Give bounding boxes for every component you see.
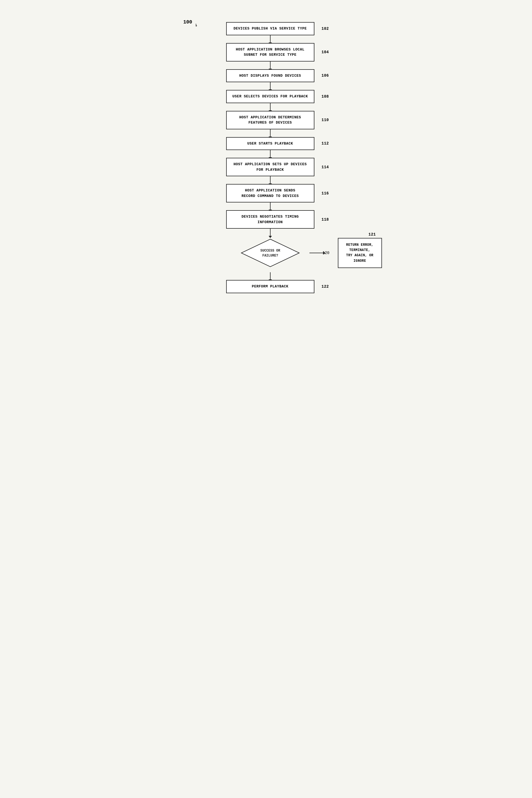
step-106-text: HOST DISPLAYS FOUND DEVICES	[239, 74, 301, 78]
step-118-label: 118	[322, 216, 329, 222]
step-102: DEVICES PUBLISH VIA SERVICE TYPE 102	[226, 22, 315, 35]
svg-marker-0	[241, 239, 299, 267]
step-116: HOST APPLICATION SENDSRECORD COMMAND TO …	[226, 184, 315, 203]
arrow-1	[270, 35, 270, 43]
arrow-6	[270, 150, 270, 158]
arrow-4	[270, 103, 270, 111]
step-122: PERFORM PLAYBACK 122	[226, 280, 315, 293]
main-label: 100	[184, 19, 192, 25]
step-108-label: 108	[322, 94, 329, 99]
step-108-text: USER SELECTS DEVICES FOR PLAYBACK	[232, 94, 308, 98]
step-104-text: HOST APPLICATION BROWSES LOCALSUBNET FOR…	[236, 48, 304, 57]
svg-text:SUCCESS OR: SUCCESS OR	[260, 249, 280, 253]
step-112-label: 112	[322, 141, 329, 147]
step-116-label: 116	[322, 190, 329, 196]
arrow-9	[270, 229, 270, 236]
step-114: HOST APPLICATION SETS UP DEVICESFOR PLAY…	[226, 158, 315, 176]
diagram-container: 100 ↘ DEVICES PUBLISH VIA SERVICE TYPE 1…	[180, 11, 352, 310]
step-104-label: 104	[322, 50, 329, 55]
step-122-text: PERFORM PLAYBACK	[252, 284, 288, 288]
step-112: USER STARTS PLAYBACK 112	[226, 137, 315, 150]
step-112-text: USER STARTS PLAYBACK	[247, 141, 293, 146]
step-118: DEVICES NEGOTIATES TIMINGINFORMATION 118	[226, 210, 315, 229]
step-102-label: 102	[322, 26, 329, 32]
error-box-121: 121 RETURN ERROR,TERMINATE,TRY AGAIN, OR…	[338, 238, 382, 268]
step-114-label: 114	[322, 164, 329, 170]
step-120-wrapper: SUCCESS OR FAILURE? 120 121 RETURN ERROR…	[226, 236, 315, 269]
step-116-text: HOST APPLICATION SENDSRECORD COMMAND TO …	[242, 188, 299, 198]
step-118-text: DEVICES NEGOTIATES TIMINGINFORMATION	[242, 215, 299, 224]
svg-text:FAILURE?: FAILURE?	[262, 254, 278, 258]
error-label-121: 121	[368, 231, 376, 238]
step-102-text: DEVICES PUBLISH VIA SERVICE TYPE	[233, 26, 307, 31]
step-114-text: HOST APPLICATION SETS UP DEVICESFOR PLAY…	[233, 162, 307, 172]
diamond-shape: SUCCESS OR FAILURE?	[240, 238, 301, 268]
step-110: HOST APPLICATION DETERMINESFEATURES OF D…	[226, 111, 315, 129]
arrow-8	[270, 203, 270, 210]
arrow-2	[270, 61, 270, 69]
flowchart: DEVICES PUBLISH VIA SERVICE TYPE 102 HOS…	[194, 22, 346, 293]
step-108: USER SELECTS DEVICES FOR PLAYBACK 108	[226, 90, 315, 103]
error-box-text: RETURN ERROR,TERMINATE,TRY AGAIN, ORIGNO…	[346, 243, 374, 263]
arrow-5	[270, 129, 270, 137]
arrow-to-error	[309, 251, 325, 254]
step-110-label: 110	[322, 117, 329, 123]
arrow-7	[270, 176, 270, 184]
step-110-text: HOST APPLICATION DETERMINESFEATURES OF D…	[239, 115, 301, 125]
arrow-3	[270, 82, 270, 90]
step-106-label: 106	[322, 73, 329, 79]
step-104: HOST APPLICATION BROWSES LOCALSUBNET FOR…	[226, 43, 315, 61]
step-106: HOST DISPLAYS FOUND DEVICES 106	[226, 69, 315, 82]
step-122-label: 122	[322, 284, 329, 289]
arrow-10	[270, 272, 270, 280]
